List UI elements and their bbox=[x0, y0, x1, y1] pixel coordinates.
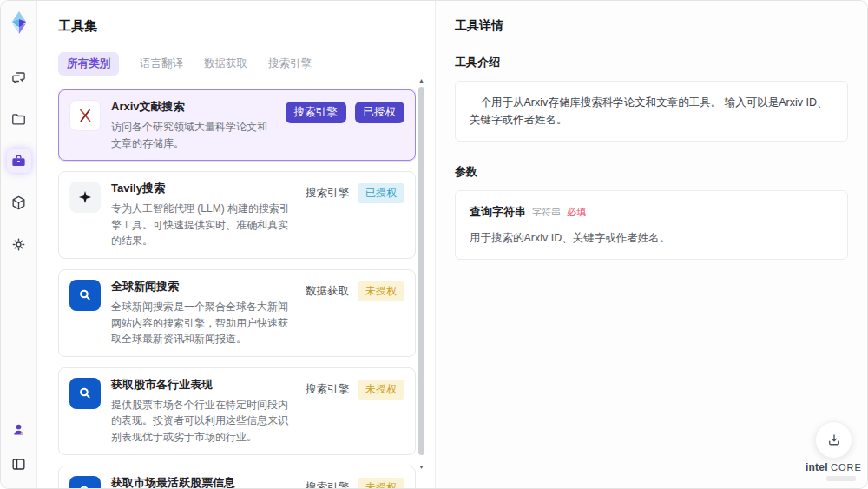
tool-name: 获取股市各行业表现 bbox=[111, 377, 295, 393]
tab-language-translation[interactable]: 语言翻译 bbox=[140, 52, 183, 76]
auth-badge[interactable]: 未授权 bbox=[358, 281, 404, 301]
folder-icon[interactable] bbox=[7, 107, 31, 131]
sidebar-nav bbox=[7, 65, 31, 256]
tool-list: Arxiv文献搜索 访问各个研究领域大量科学论文和文章的存储库。 搜索引擎 已授… bbox=[58, 89, 416, 489]
tool-description: 全球新闻搜索是一个聚合全球各大新闻网站内容的搜索引擎，帮助用户快速获取全球最新资… bbox=[111, 299, 295, 347]
scroll-up-arrow[interactable]: ▲ bbox=[417, 76, 426, 85]
tool-card[interactable]: Tavily搜索 专为人工智能代理 (LLM) 构建的搜索引擎工具。可快速提供实… bbox=[58, 171, 416, 259]
params-heading: 参数 bbox=[455, 164, 848, 180]
user-avatar-icon[interactable] bbox=[7, 417, 31, 441]
tavily-icon bbox=[69, 182, 101, 213]
auth-badge[interactable]: 已授权 bbox=[358, 183, 404, 203]
tool-name: Tavily搜索 bbox=[111, 181, 295, 196]
category-label: 搜索引擎 bbox=[306, 186, 349, 201]
intro-heading: 工具介绍 bbox=[455, 55, 848, 70]
param-required-badge: 必填 bbox=[567, 205, 586, 221]
tool-description: 访问各个研究领域大量科学论文和文章的存储库。 bbox=[111, 119, 275, 151]
global-news-search-icon bbox=[69, 280, 101, 311]
details-title: 工具详情 bbox=[455, 18, 848, 34]
download-button[interactable] bbox=[815, 421, 852, 459]
tool-card[interactable]: Arxiv文献搜索 访问各个研究领域大量科学论文和文章的存储库。 搜索引擎 已授… bbox=[58, 89, 416, 161]
auth-badge[interactable]: 未授权 bbox=[358, 478, 404, 489]
param-description: 用于搜索的Arxiv ID、关键字或作者姓名。 bbox=[470, 229, 833, 247]
intel-wordmark: intel bbox=[806, 461, 828, 473]
param-box: 查询字符串 字符串 必填 用于搜索的Arxiv ID、关键字或作者姓名。 bbox=[455, 190, 848, 260]
brand-subtitle-bar bbox=[826, 476, 856, 481]
tool-card[interactable]: 全球新闻搜索 全球新闻搜索是一个聚合全球各大新闻网站内容的搜索引擎，帮助用户快速… bbox=[58, 269, 416, 357]
list-scrollbar[interactable]: ▲ ▼ bbox=[417, 76, 426, 472]
tool-card[interactable]: 获取市场最活跃股票信息 提供当天交易量最高的股票列表，投资者可以利用这些信息来识… bbox=[58, 466, 416, 489]
collapse-panel-icon[interactable] bbox=[7, 452, 31, 476]
category-label: 搜索引擎 bbox=[306, 382, 349, 397]
app-window: 工具集 所有类别 语言翻译 数据获取 搜索引擎 Arxiv文献搜索 访问各个研究… bbox=[0, 0, 868, 489]
param-name: 查询字符串 bbox=[470, 203, 526, 221]
intro-text: 一个用于从Arxiv存储库搜索科学论文和文章的工具。 输入可以是Arxiv ID… bbox=[470, 96, 828, 126]
toolbox-icon[interactable] bbox=[7, 149, 31, 173]
category-badge[interactable]: 搜索引擎 bbox=[286, 102, 346, 123]
scrollbar-thumb[interactable] bbox=[418, 87, 424, 455]
intro-box: 一个用于从Arxiv存储库搜索科学论文和文章的工具。 输入可以是Arxiv ID… bbox=[455, 81, 848, 142]
tool-card[interactable]: 获取股市各行业表现 提供股票市场各个行业在特定时间段内的表现。投资者可以利用这些… bbox=[58, 367, 416, 455]
tool-description: 提供股票市场各个行业在特定时间段内的表现。投资者可以利用这些信息来识别表现优于或… bbox=[111, 397, 295, 446]
category-label: 数据获取 bbox=[306, 284, 349, 299]
active-stocks-icon bbox=[69, 476, 101, 489]
auth-badge[interactable]: 已授权 bbox=[355, 102, 405, 123]
core-wordmark: CORE bbox=[831, 462, 862, 472]
tool-name: 获取市场最活跃股票信息 bbox=[111, 475, 295, 489]
category-label: 搜索引擎 bbox=[306, 480, 349, 489]
sidebar bbox=[1, 1, 37, 488]
tool-details-panel: 工具详情 工具介绍 一个用于从Arxiv存储库搜索科学论文和文章的工具。 输入可… bbox=[435, 1, 867, 488]
category-tabs: 所有类别 语言翻译 数据获取 搜索引擎 bbox=[58, 52, 435, 76]
chat-icon[interactable] bbox=[7, 65, 31, 89]
arxiv-icon bbox=[69, 100, 101, 131]
param-type: 字符串 bbox=[532, 205, 561, 221]
tab-data-acquisition[interactable]: 数据获取 bbox=[204, 52, 247, 76]
tool-name: Arxiv文献搜索 bbox=[111, 99, 275, 115]
tool-description: 专为人工智能代理 (LLM) 构建的搜索引擎工具。可快速提供实时、准确和真实的结… bbox=[111, 201, 295, 249]
stock-sector-icon bbox=[69, 378, 101, 409]
package-icon[interactable] bbox=[7, 190, 31, 215]
auth-badge[interactable]: 未授权 bbox=[358, 380, 404, 400]
app-logo-icon[interactable] bbox=[6, 10, 32, 36]
intel-core-logo: intel CORE bbox=[806, 461, 856, 481]
tools-panel: 工具集 所有类别 语言翻译 数据获取 搜索引擎 Arxiv文献搜索 访问各个研究… bbox=[37, 1, 435, 488]
tool-name: 全球新闻搜索 bbox=[111, 279, 295, 294]
scroll-down-arrow[interactable]: ▼ bbox=[417, 462, 426, 472]
tab-all-categories[interactable]: 所有类别 bbox=[58, 52, 119, 76]
sidebar-bottom bbox=[7, 417, 31, 488]
settings-gear-icon[interactable] bbox=[7, 232, 31, 256]
tab-search-engine[interactable]: 搜索引擎 bbox=[268, 52, 312, 76]
page-title: 工具集 bbox=[58, 18, 435, 35]
